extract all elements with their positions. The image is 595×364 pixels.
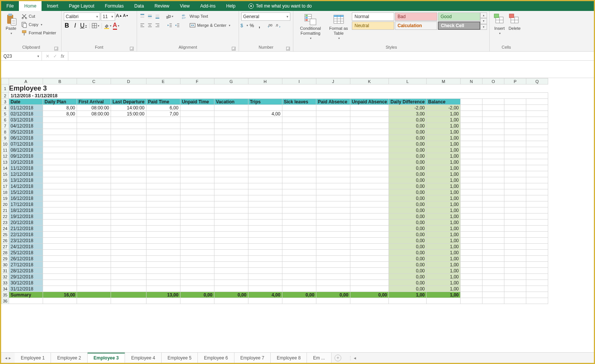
decrease-indent-button[interactable] bbox=[166, 22, 173, 28]
cell[interactable] bbox=[526, 135, 548, 141]
cell[interactable] bbox=[77, 123, 111, 129]
cell[interactable] bbox=[282, 232, 316, 238]
increase-indent-button[interactable] bbox=[174, 22, 180, 28]
cell[interactable] bbox=[526, 256, 548, 262]
cell[interactable] bbox=[350, 147, 389, 153]
cell[interactable] bbox=[460, 123, 482, 129]
style-neutral[interactable]: Neutral bbox=[352, 22, 394, 30]
cell[interactable] bbox=[146, 129, 180, 135]
cell[interactable] bbox=[146, 274, 180, 280]
cell[interactable] bbox=[77, 256, 111, 262]
cell[interactable] bbox=[526, 298, 548, 304]
cell[interactable] bbox=[482, 280, 504, 286]
cell[interactable]: 1,00 bbox=[426, 135, 460, 141]
cell[interactable]: 0,00 bbox=[389, 177, 427, 183]
cell[interactable]: 12/12/2018 bbox=[9, 171, 43, 177]
cell[interactable] bbox=[460, 226, 482, 232]
cell[interactable] bbox=[282, 274, 316, 280]
cell[interactable] bbox=[77, 244, 111, 250]
cell[interactable]: 15/12/2018 bbox=[9, 189, 43, 195]
cell[interactable]: 24/12/2018 bbox=[9, 244, 43, 250]
cell[interactable] bbox=[504, 262, 526, 268]
cell[interactable] bbox=[180, 141, 214, 147]
cell[interactable] bbox=[350, 220, 389, 226]
cell[interactable]: 1,00 bbox=[426, 238, 460, 244]
cell[interactable] bbox=[460, 159, 482, 165]
cell[interactable] bbox=[111, 250, 146, 256]
cell[interactable] bbox=[316, 117, 350, 123]
cell[interactable] bbox=[248, 183, 282, 189]
cell[interactable]: 06/12/2018 bbox=[9, 135, 43, 141]
cell[interactable] bbox=[111, 189, 146, 195]
cell[interactable] bbox=[248, 274, 282, 280]
cell[interactable] bbox=[282, 244, 316, 250]
cell[interactable] bbox=[248, 207, 282, 213]
underline-button[interactable]: U▾ bbox=[80, 23, 86, 29]
cell[interactable] bbox=[350, 244, 389, 250]
cell[interactable] bbox=[282, 286, 316, 292]
cell[interactable] bbox=[282, 226, 316, 232]
cell[interactable] bbox=[146, 147, 180, 153]
scroll-down-icon[interactable]: ▾ bbox=[480, 18, 487, 24]
cell[interactable] bbox=[146, 123, 180, 129]
bold-button[interactable]: B bbox=[64, 23, 70, 29]
style-calculation[interactable]: Calculation bbox=[395, 22, 437, 30]
cell[interactable] bbox=[316, 123, 350, 129]
formula-input[interactable] bbox=[68, 52, 594, 60]
tab-scroll-next-icon[interactable]: ▸ bbox=[9, 355, 11, 361]
cell[interactable] bbox=[180, 256, 214, 262]
cell[interactable] bbox=[504, 232, 526, 238]
column-header[interactable]: First Arrival bbox=[77, 99, 111, 105]
tab-help[interactable]: Help bbox=[221, 1, 241, 11]
row-header[interactable]: 30 bbox=[2, 262, 9, 268]
select-all-corner[interactable] bbox=[2, 78, 9, 84]
cell[interactable] bbox=[146, 159, 180, 165]
paste-button[interactable]: Paste ▾ bbox=[3, 12, 18, 37]
cell[interactable] bbox=[504, 99, 526, 105]
cell[interactable]: 3,00 bbox=[389, 111, 427, 117]
cell[interactable] bbox=[214, 201, 248, 207]
cell[interactable] bbox=[316, 135, 350, 141]
cell[interactable] bbox=[180, 280, 214, 286]
cell[interactable] bbox=[248, 232, 282, 238]
row-header[interactable]: 28 bbox=[2, 250, 9, 256]
cell[interactable]: 0,00 bbox=[389, 189, 427, 195]
cell[interactable] bbox=[504, 244, 526, 250]
column-header[interactable]: Daily Plan bbox=[43, 99, 77, 105]
column-header[interactable]: Vacation bbox=[214, 99, 248, 105]
cell[interactable] bbox=[460, 171, 482, 177]
cell[interactable] bbox=[77, 195, 111, 201]
cell[interactable] bbox=[180, 207, 214, 213]
cell[interactable] bbox=[248, 213, 282, 220]
borders-button[interactable]: ▾ bbox=[92, 23, 99, 29]
cell[interactable] bbox=[282, 147, 316, 153]
cell[interactable] bbox=[504, 195, 526, 201]
cell[interactable] bbox=[350, 298, 389, 304]
cell[interactable] bbox=[526, 244, 548, 250]
row-header[interactable]: 14 bbox=[2, 165, 9, 171]
cell[interactable]: 0,00 bbox=[389, 159, 427, 165]
cell[interactable] bbox=[350, 135, 389, 141]
cell[interactable] bbox=[460, 105, 482, 111]
cell[interactable] bbox=[482, 111, 504, 117]
font-color-button[interactable]: A▾ bbox=[113, 23, 119, 29]
cell[interactable] bbox=[248, 238, 282, 244]
cell[interactable] bbox=[214, 129, 248, 135]
cell[interactable] bbox=[43, 129, 77, 135]
cell[interactable] bbox=[9, 298, 43, 304]
cell[interactable] bbox=[214, 238, 248, 244]
cell[interactable] bbox=[282, 123, 316, 129]
cell[interactable] bbox=[504, 280, 526, 286]
cell[interactable]: 0,00 bbox=[350, 292, 389, 298]
row-header[interactable]: 20 bbox=[2, 201, 9, 207]
orientation-button[interactable]: ab▾ bbox=[166, 13, 173, 19]
cell[interactable] bbox=[214, 105, 248, 111]
cell[interactable] bbox=[248, 141, 282, 147]
cell[interactable] bbox=[316, 171, 350, 177]
cell[interactable] bbox=[504, 220, 526, 226]
cell[interactable] bbox=[316, 129, 350, 135]
cell[interactable] bbox=[77, 165, 111, 171]
cell[interactable] bbox=[214, 220, 248, 226]
cell[interactable] bbox=[282, 268, 316, 274]
cell[interactable] bbox=[282, 189, 316, 195]
